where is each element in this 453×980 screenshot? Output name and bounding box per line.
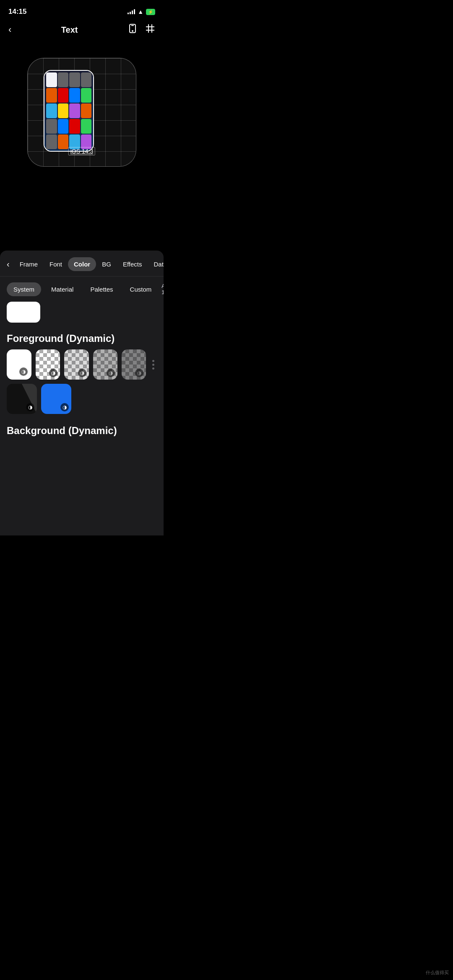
dynamic-indicator-5: ◑ <box>26 403 34 411</box>
bottom-sheet: ‹ Frame Font Color BG Effects Data Syste… <box>0 251 164 535</box>
device-preview[interactable]: iOS 14.3 <box>27 58 136 167</box>
app-icon-4 <box>81 72 92 87</box>
dynamic-indicator-3: ◑ <box>107 369 115 377</box>
foreground-swatches-row2: ◑ ◑ <box>0 384 164 414</box>
canvas-area: iOS 14.3 <box>0 41 164 184</box>
status-time: 14:15 <box>8 8 26 16</box>
sub-tab-material[interactable]: Material <box>44 282 80 296</box>
app-icon-16 <box>81 119 92 134</box>
app-icon-1 <box>46 72 57 87</box>
app-icon-14 <box>58 119 69 134</box>
app-icon-9 <box>46 103 57 118</box>
white-swatch[interactable] <box>7 302 40 323</box>
app-icon-2 <box>58 72 69 87</box>
app-icon-8 <box>81 88 92 103</box>
color-swatch-transparent-2[interactable]: ◑ <box>64 349 89 380</box>
sub-tab-bar: System Material Palettes Custom Alpha 10… <box>0 277 164 302</box>
foreground-swatches-row1: ◑ ◑ ◑ ◑ ◑ <box>0 349 164 380</box>
tab-bg[interactable]: BG <box>96 257 117 271</box>
signal-icon <box>128 9 135 14</box>
phone-screen <box>44 71 93 151</box>
ios-version-label: iOS 14.3 <box>68 147 95 155</box>
grid-icon[interactable] <box>145 23 155 36</box>
dot-2 <box>152 364 154 366</box>
tab-color[interactable]: Color <box>68 257 96 271</box>
dot-1 <box>152 360 154 362</box>
phone-preview-icon[interactable] <box>128 23 138 36</box>
app-icon-18 <box>58 134 69 149</box>
app-icon-6 <box>58 88 69 103</box>
app-icon-12 <box>81 103 92 118</box>
phone-frame <box>44 70 94 152</box>
app-icon-5 <box>46 88 57 103</box>
status-icons: ▲ ⚡ <box>128 8 155 15</box>
app-icon-15 <box>69 119 80 134</box>
app-icon-3 <box>69 72 80 87</box>
color-swatch-transparent-1[interactable]: ◑ <box>36 349 60 380</box>
nav-back-button[interactable]: ‹ <box>8 24 11 35</box>
alpha-control: Alpha 100% − + <box>161 282 164 297</box>
color-swatch-transparent-3[interactable]: ◑ <box>93 349 117 380</box>
app-icon-10 <box>58 103 69 118</box>
color-swatch-blue[interactable]: ◑ <box>41 384 71 414</box>
empty-canvas-area <box>0 184 164 251</box>
alpha-label: Alpha 100% <box>161 283 164 295</box>
app-icon-11 <box>69 103 80 118</box>
tab-back-button[interactable]: ‹ <box>7 259 10 269</box>
page-title: Text <box>61 25 78 35</box>
sub-tab-palettes[interactable]: Palettes <box>83 282 120 296</box>
dynamic-indicator-6: ◑ <box>60 403 69 411</box>
dynamic-indicator-1: ◑ <box>49 369 57 377</box>
tab-font[interactable]: Font <box>44 257 68 271</box>
color-swatch-white-selected[interactable]: ◑ <box>7 349 31 380</box>
app-icon-7 <box>69 88 80 103</box>
more-options-button[interactable] <box>150 360 157 370</box>
dynamic-indicator-4: ◑ <box>135 369 143 377</box>
nav-bar: ‹ Text <box>0 20 164 41</box>
app-icon-13 <box>46 119 57 134</box>
selected-color-preview <box>0 302 164 326</box>
tab-data[interactable]: Data <box>148 257 164 271</box>
color-swatch-transparent-4[interactable]: ◑ <box>122 349 146 380</box>
background-section-label: Background (Dynamic) <box>0 418 164 438</box>
dynamic-indicator-2: ◑ <box>78 369 86 377</box>
status-bar: 14:15 ▲ ⚡ <box>0 0 164 20</box>
svg-point-2 <box>132 31 133 31</box>
sub-tab-system[interactable]: System <box>7 282 41 296</box>
sub-tab-custom[interactable]: Custom <box>123 282 159 296</box>
dynamic-indicator-0: ◑ <box>19 367 28 376</box>
nav-right-actions <box>128 23 155 36</box>
tab-bar: ‹ Frame Font Color BG Effects Data <box>0 251 164 277</box>
color-swatch-dark-diagonal[interactable]: ◑ <box>7 384 37 414</box>
battery-icon: ⚡ <box>146 9 155 15</box>
foreground-section-label: Foreground (Dynamic) <box>0 326 164 349</box>
app-icon-17 <box>46 134 57 149</box>
tab-frame[interactable]: Frame <box>14 257 44 271</box>
tab-effects[interactable]: Effects <box>117 257 148 271</box>
wifi-icon: ▲ <box>138 8 143 15</box>
dot-3 <box>152 367 154 370</box>
